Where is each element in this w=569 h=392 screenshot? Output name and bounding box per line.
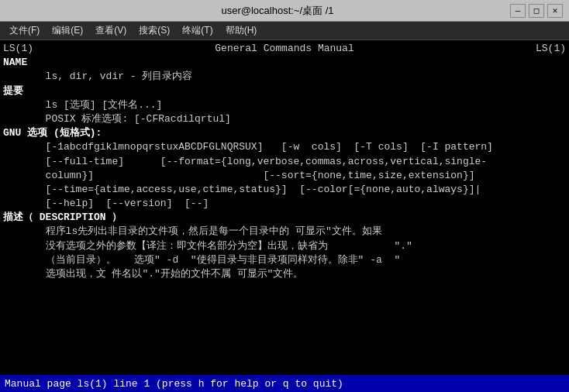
menu-item-文件(F)[interactable]: 文件(F) (3, 22, 46, 39)
titlebar: user@localhost:~/桌面 /1 — □ ✕ (0, 0, 569, 22)
titlebar-title: user@localhost:~/桌面 /1 (45, 4, 510, 18)
menu-item-终端(T)[interactable]: 终端(T) (176, 22, 219, 39)
statusbar: Manual page ls(1) line 1 (press h for he… (0, 375, 569, 392)
man-header-center: General Commands Manual (215, 42, 353, 56)
menu-item-搜索(S)[interactable]: 搜索(S) (133, 22, 176, 39)
terminal: LS(1)General Commands ManualLS(1)NAME ls… (0, 40, 569, 375)
terminal-line: column}] [--sort={none,time,size,extensi… (3, 169, 566, 183)
minimize-button[interactable]: — (510, 4, 526, 18)
terminal-line: NAME (3, 56, 566, 70)
terminal-line: [--full-time] [--format={long,verbose,co… (3, 155, 566, 169)
terminal-line: 程序ls先列出非目录的文件项，然后是每一个目录中的 可显示"文件。如果 (3, 225, 566, 239)
terminal-line: 提要 (3, 84, 566, 98)
man-header-left: LS(1) (3, 42, 33, 56)
terminal-line: 没有选项之外的参数【译注：即文件名部分为空】出现，缺省为 "." (3, 239, 566, 253)
close-button[interactable]: ✕ (547, 4, 563, 18)
terminal-line: 描述（ DESCRIPTION ） (3, 211, 566, 225)
titlebar-controls[interactable]: — □ ✕ (510, 4, 563, 18)
statusbar-text: Manual page ls(1) line 1 (press h for he… (5, 378, 343, 390)
maximize-button[interactable]: □ (529, 4, 544, 18)
terminal-line: ls [选项] [文件名...] (3, 98, 566, 112)
terminal-line: 选项出现，文 件名以"."开始的文件不属 可显示"文件。 (3, 267, 566, 281)
terminal-line: ls, dir, vdir - 列目录内容 (3, 70, 566, 84)
menu-item-查看(V)[interactable]: 查看(V) (89, 22, 133, 39)
menu-item-编辑(E)[interactable]: 编辑(E) (46, 22, 89, 39)
terminal-line: [-1abcdfgiklmnopqrstuxABCDFGLNQRSUX] [-w… (3, 140, 566, 154)
terminal-line: [--help] [--version] [--] (3, 197, 566, 211)
terminal-line: [--time={atime,access,use,ctime,status}]… (3, 183, 566, 197)
terminal-line: POSIX 标准选项: [-CFRacdilqrtul] (3, 112, 566, 126)
man-header-right: LS(1) (536, 42, 566, 56)
terminal-line: （当前目录）。 选项" -d "使得目录与非目录项同样对待。除非" -a " (3, 253, 566, 267)
menubar: 文件(F)编辑(E)查看(V)搜索(S)终端(T)帮助(H) (0, 22, 569, 40)
terminal-line: GNU 选项 (短格式): (3, 126, 566, 140)
menu-item-帮助(H)[interactable]: 帮助(H) (219, 22, 264, 39)
